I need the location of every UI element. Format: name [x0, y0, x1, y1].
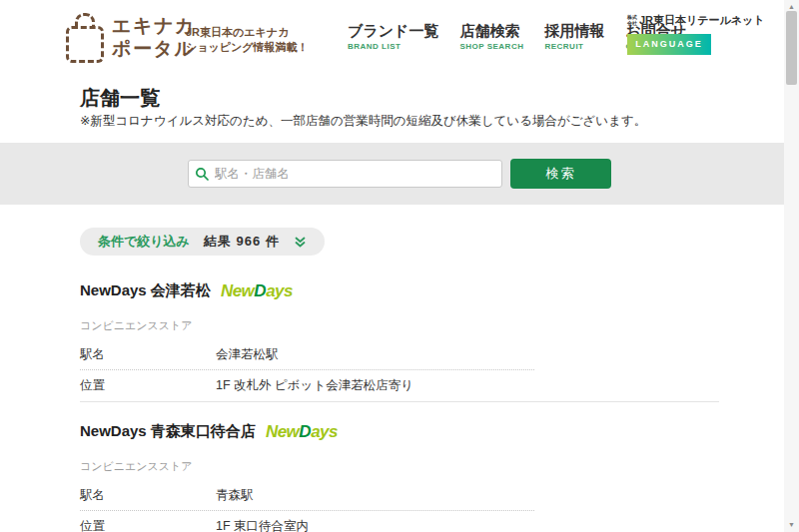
logo-line2: ポータル — [112, 38, 195, 59]
row-label-station: 駅名 — [80, 487, 216, 504]
nav-recruit-jp: 採用情報 — [544, 22, 604, 40]
store-title-row: NewDays 会津若松 NewDays — [80, 279, 719, 301]
scrollbar[interactable]: ▲ ▼ — [784, 0, 799, 532]
logo-line1: エキナカ — [112, 15, 196, 36]
nav-shop-search[interactable]: 店舗検索 SHOP SEARCH — [459, 22, 523, 51]
row-label-station: 駅名 — [80, 346, 216, 363]
store-category: コンビニエンスストア — [80, 317, 719, 333]
store-card: NewDays 会津若松 NewDays コンビニエンスストア 駅名 会津若松駅… — [80, 279, 719, 401]
page-title: 店舗一覧 — [80, 84, 719, 112]
nav-shop-search-jp: 店舗検索 — [459, 22, 523, 40]
store-title-row: NewDays 青森東口待合店 NewDays — [80, 420, 719, 442]
table-row: 駅名 青森駅 — [80, 480, 534, 511]
store-detail-table: 駅名 青森駅 位置 1F 東口待合室内 — [80, 480, 534, 532]
site-logo-text: エキナカ ポータル — [112, 15, 196, 61]
row-value-location: 1F 東口待合室内 — [216, 518, 309, 532]
nav-brand-list[interactable]: ブランド一覧 BRAND LIST — [348, 22, 438, 51]
row-value-station: 会津若松駅 — [216, 346, 279, 363]
table-row: 駅名 会津若松駅 — [80, 339, 534, 370]
result-count: 結果 966 件 — [204, 233, 280, 251]
store-card: NewDays 青森東口待合店 NewDays コンビニエンスストア 駅名 青森… — [80, 420, 719, 532]
filter-label: 条件で絞り込み — [98, 233, 190, 251]
newdays-brand-logo[interactable]: NewDays — [221, 282, 293, 299]
scrollbar-thumb[interactable] — [786, 11, 797, 85]
shopping-bag-icon — [66, 13, 104, 63]
site-tagline: JR東日本のエキナカ ショッピング情報満載！ — [186, 25, 309, 55]
row-label-location: 位置 — [80, 518, 216, 532]
store-list: 条件で絞り込み 結果 966 件 NewDays 会津若松 NewDays コン… — [0, 205, 799, 532]
covid-notice: ※新型コロナウイルス対応のため、一部店舗の営業時間の短縮及び休業している場合がご… — [80, 112, 719, 131]
store-name[interactable]: NewDays 青森東口待合店 — [80, 420, 256, 442]
search-box — [188, 160, 502, 188]
table-row: 位置 1F 改札外 ピボット会津若松店寄り — [80, 370, 534, 401]
row-label-location: 位置 — [80, 377, 216, 394]
row-value-station: 青森駅 — [216, 487, 254, 504]
store-category: コンビニエンスストア — [80, 458, 719, 474]
double-chevron-down-icon — [294, 236, 307, 249]
store-detail-table: 駅名 会津若松駅 位置 1F 改札外 ピボット会津若松店寄り — [80, 339, 534, 401]
scrollbar-down-arrow[interactable]: ▼ — [784, 519, 799, 531]
store-name[interactable]: NewDays 会津若松 — [80, 279, 211, 301]
nav-brand-list-jp: ブランド一覧 — [348, 22, 438, 40]
site-header: エキナカ ポータル JR東日本のエキナカ ショッピング情報満載！ ブランド一覧 … — [0, 0, 799, 75]
page-head: 店舗一覧 ※新型コロナウイルス対応のため、一部店舗の営業時間の短縮及び休業してい… — [0, 75, 799, 143]
nav-shop-search-en: SHOP SEARCH — [459, 42, 523, 51]
search-bar: 検索 — [0, 143, 799, 205]
corporate-link[interactable]: 株式 会社 JR東日本リテールネット — [627, 13, 765, 28]
row-value-location: 1F 改札外 ピボット会津若松店寄り — [216, 377, 413, 394]
language-button[interactable]: LANGUAGE — [627, 34, 711, 55]
corporate-name: JR東日本リテールネット — [639, 13, 765, 28]
corporate-block: 株式 会社 JR東日本リテールネット LANGUAGE — [627, 13, 765, 55]
nav-recruit-en: RECRUIT — [544, 42, 604, 51]
newdays-brand-logo[interactable]: NewDays — [266, 423, 338, 440]
card-divider — [80, 401, 719, 402]
search-input[interactable] — [188, 160, 502, 188]
table-row: 位置 1F 東口待合室内 — [80, 511, 534, 532]
search-button[interactable]: 検索 — [510, 159, 611, 189]
site-logo[interactable]: エキナカ ポータル — [66, 13, 196, 63]
kabushiki-mark: 株式 会社 — [627, 15, 637, 26]
filter-toggle-button[interactable]: 条件で絞り込み 結果 966 件 — [80, 228, 325, 256]
page: エキナカ ポータル JR東日本のエキナカ ショッピング情報満載！ ブランド一覧 … — [0, 0, 799, 532]
nav-brand-list-en: BRAND LIST — [348, 42, 438, 51]
nav-recruit[interactable]: 採用情報 RECRUIT — [544, 22, 604, 51]
